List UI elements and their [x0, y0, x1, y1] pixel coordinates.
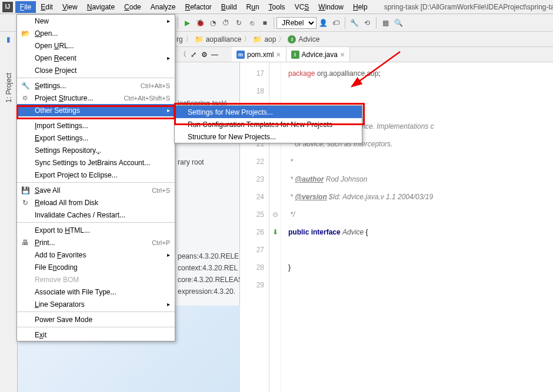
code-editor[interactable]: 1617181920212223242526272829 ⊖⬇ package … [240, 47, 553, 392]
menu-vcs[interactable]: VCS [290, 1, 314, 13]
submenu-arrow-icon: ▸ [167, 301, 170, 307]
menu-item-open-url[interactable]: Open URL... [17, 39, 175, 52]
menu-item-reload-all-from-disk[interactable]: ↻Reload All from Disk [17, 196, 175, 209]
menu-item-sync-settings-to-jetbrains-account[interactable]: Sync Settings to JetBrains Account... [17, 156, 175, 169]
menu-item-project-structure[interactable]: ⛭Project Structure...Ctrl+Alt+Shift+S [17, 92, 175, 104]
jrebel-icon[interactable]: ⟲ [361, 16, 374, 29]
editor-toolbar: 〈 ⤢ ⚙ — mpom.xml×IAdvice.java× [175, 47, 553, 62]
menu-item-label: Add to Favorites [35, 251, 86, 259]
menu-analyze[interactable]: Analyze [146, 1, 181, 13]
menu-item-label: Export Settings... [35, 134, 88, 142]
menu-item-label: Import Settings... [35, 122, 88, 130]
code-text[interactable]: package org.aopalliance.aop; * ace for A… [281, 47, 553, 392]
menu-file[interactable]: File [15, 1, 36, 13]
menu-item-add-to-favorites[interactable]: Add to Favorites▸ [17, 249, 175, 261]
menu-item-label: Remove BOM [35, 276, 79, 284]
profile-icon[interactable]: ⏱ [219, 16, 232, 29]
breadcrumb-item[interactable]: IAdvice [288, 35, 319, 43]
coverage-icon[interactable]: ◔ [206, 16, 219, 29]
wrench-icon[interactable]: 🔧 [348, 16, 361, 29]
submenu-item-run-configuration-templates-for-new-projects[interactable]: Run Configuration Templates for New Proj… [175, 118, 362, 130]
run-icon[interactable]: ▶ [181, 16, 194, 29]
close-tab-icon[interactable]: × [340, 50, 345, 59]
menu-item-new[interactable]: New▸ [17, 15, 175, 27]
menubar: IJ FileEditViewNavigateCodeAnalyzeRefact… [0, 0, 553, 14]
menu-window[interactable]: Window [314, 1, 348, 13]
attach-icon[interactable]: ⎋ [245, 16, 258, 29]
menu-item-label: Export Project to Eclipse... [35, 171, 118, 179]
menu-item-label: Open URL... [35, 42, 74, 50]
structure-icon[interactable]: ▦ [379, 16, 392, 29]
menu-item-label: New [35, 17, 49, 25]
menu-item-label: Associate with File Type... [35, 288, 116, 296]
menu-item-settings-repository[interactable]: Settings Repository... [17, 144, 175, 156]
menu-item-print[interactable]: 🖶Print...Ctrl+P [17, 236, 175, 249]
breadcrumb-item[interactable]: 📁aop [253, 35, 276, 43]
window-title-path: spring-task [D:\AllGramWorkFile\IDEAProj… [384, 3, 553, 11]
menu-run[interactable]: Run [242, 1, 264, 13]
close-tab-icon[interactable]: × [276, 50, 281, 59]
menu-item-invalidate-caches-restart[interactable]: Invalidate Caches / Restart... [17, 209, 175, 221]
implements-gutter-icon[interactable]: ⬇ [269, 223, 281, 241]
submenu-item-structure-for-new-projects[interactable]: Structure for New Projects... [175, 130, 362, 143]
menu-refactor[interactable]: Refactor [181, 1, 216, 13]
submenu-item-settings-for-new-projects[interactable]: Settings for New Projects... [175, 106, 362, 118]
breadcrumb-item[interactable]: 📁aopalliance [195, 35, 242, 43]
menu-help[interactable]: Help [348, 1, 372, 13]
menu-view[interactable]: View [58, 1, 82, 13]
bookmark-icon[interactable]: ▮ [4, 34, 14, 45]
run-config-select[interactable]: JRebel [276, 17, 317, 29]
project-tool-tab[interactable]: 1: Project [5, 73, 13, 103]
editor-tab[interactable]: IAdvice.java× [287, 47, 351, 62]
update-icon[interactable]: ↻ [232, 16, 245, 29]
menu-item-line-separators[interactable]: Line Separators▸ [17, 298, 175, 310]
debug-icon[interactable]: 🐞 [194, 16, 206, 29]
menu-item-file-encoding[interactable]: File Encoding [17, 261, 175, 273]
menu-item-export-to-html[interactable]: Export to HTML... [17, 224, 175, 236]
menu-item-export-project-to-eclipse[interactable]: Export Project to Eclipse... [17, 169, 175, 181]
menu-item-power-save-mode[interactable]: Power Save Mode [17, 313, 175, 326]
tab-label: Advice.java [302, 51, 338, 59]
menu-item-open[interactable]: 📂Open... [17, 27, 175, 39]
menu-item-settings[interactable]: 🔧Settings...Ctrl+Alt+S [17, 79, 175, 92]
avatar-icon[interactable]: 👤 [317, 16, 329, 29]
menu-item-label: Settings... [35, 82, 66, 90]
folder-icon: 📁 [195, 35, 204, 43]
menu-item-icon: ⛭ [21, 94, 30, 102]
prev-icon[interactable]: 〈 [178, 49, 188, 59]
menu-item-import-settings[interactable]: Import Settings... [17, 119, 175, 132]
menu-item-label: Print... [35, 239, 55, 247]
expand-icon[interactable]: ⤢ [188, 51, 199, 59]
menu-item-save-all[interactable]: 💾Save AllCtrl+S [17, 184, 175, 196]
bookmark-tb-icon[interactable]: 🏷 [329, 16, 342, 29]
submenu-arrow-icon: ▸ [167, 18, 170, 24]
submenu-item-label: Structure for New Projects... [188, 133, 276, 141]
menu-code[interactable]: Code [119, 1, 146, 13]
menu-item-icon: 💾 [21, 186, 30, 195]
menu-item-export-settings[interactable]: Export Settings... [17, 132, 175, 144]
menu-item-label: Sync Settings to JetBrains Account... [35, 159, 150, 167]
menu-item-exit[interactable]: Exit [17, 329, 175, 341]
project-tree-fragment: ject\spring-task\rary rootpeans:4.3.20.R… [175, 47, 240, 306]
menu-edit[interactable]: Edit [36, 1, 58, 13]
collapse-panel-icon[interactable]: — [209, 51, 220, 59]
submenu-arrow-icon: ▸ [167, 252, 170, 258]
menu-item-close-project[interactable]: Close Project [17, 64, 175, 76]
menu-item-open-recent[interactable]: Open Recent▸ [17, 52, 175, 64]
menu-item-other-settings[interactable]: Other Settings▸ [17, 104, 175, 116]
menu-navigate[interactable]: Navigate [82, 1, 119, 13]
menu-item-icon: 🖶 [21, 239, 30, 247]
menu-item-label: Export to HTML... [35, 226, 90, 234]
other-settings-submenu: Settings for New Projects...Run Configur… [174, 105, 362, 143]
stop-icon[interactable]: ■ [258, 16, 271, 29]
gear-icon[interactable]: ⚙ [199, 51, 209, 59]
breadcrumb-item[interactable]: rg [176, 35, 183, 43]
menu-item-associate-with-file-type[interactable]: Associate with File Type... [17, 286, 175, 298]
menu-item-remove-bom: Remove BOM [17, 273, 175, 286]
file-menu-dropdown: New▸📂Open...Open URL...Open Recent▸Close… [16, 14, 175, 341]
menu-build[interactable]: Build [216, 1, 242, 13]
editor-tab[interactable]: mpom.xml× [232, 47, 287, 62]
search-icon[interactable]: 🔍 [392, 16, 405, 29]
menu-tools[interactable]: Tools [264, 1, 290, 13]
fold-icon[interactable]: ⊖ [269, 206, 281, 223]
